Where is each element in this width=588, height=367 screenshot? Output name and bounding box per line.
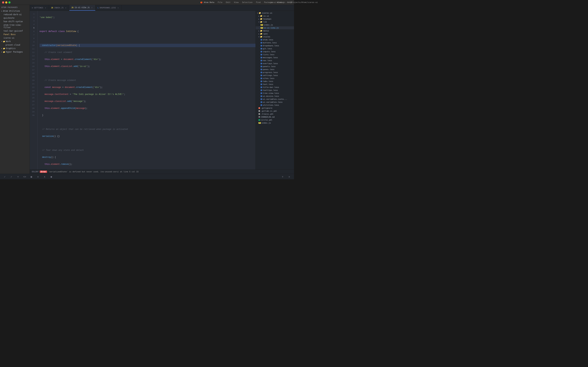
tree-item-index-js[interactable]: JS index.js (256, 23, 294, 26)
less-file-icon: L (260, 104, 262, 106)
chevron-icon: ▶ (259, 33, 259, 35)
sidebar-hyper-packages-group[interactable]: ▶ 📁 Hyper Packages (0, 50, 30, 54)
toolbar-copy-button[interactable]: ▣ (29, 175, 33, 179)
index-js-tab-icon: JS (51, 7, 53, 9)
sidebar-item-tool-bar-guiconf[interactable]: tool-bar-guiconf (0, 29, 30, 33)
chevron-icon: ▼ (259, 36, 259, 38)
sidebar-work-group[interactable]: ▼ 📁 Work (0, 40, 30, 43)
sidebar-item-label: hue-shift-syntax (3, 20, 23, 23)
tab-io-ui-view-close[interactable]: × (91, 7, 93, 9)
tree-item-changelog-md[interactable]: M CHANGELOG.md (256, 116, 294, 118)
tree-item-git-less[interactable]: L git.less (256, 47, 294, 50)
tree-item-keymaps[interactable]: ▶ 📁 keymaps (256, 17, 294, 20)
tree-item-messages-less[interactable]: L messages.less (256, 56, 294, 59)
toolbar-up-button[interactable]: ∧ (43, 175, 47, 179)
window-controls[interactable] (2, 1, 10, 3)
tree-item-ui-variables-less[interactable]: L ui-variables.less (256, 101, 294, 104)
tree-item-tooltips-less[interactable]: L tooltips.less (256, 89, 294, 92)
editor-area: 1 2 3 4 5 6 7 8 9 10 11 12 13 14 (30, 11, 256, 169)
toolbar-down-button[interactable]: ∨ (36, 175, 40, 179)
tree-item-buttons-less[interactable]: L buttons.less (256, 41, 294, 44)
sidebar-item-hue-shift-syntax[interactable]: hue-shift-syntax (0, 20, 30, 23)
tab-settings[interactable]: ⚙ SETTINGS × (30, 5, 49, 11)
tree-item-label: spec (263, 33, 268, 35)
less-file-icon: L (260, 39, 262, 41)
tree-item-gitlab-ci-yml[interactable]: Y .gitlab-ci.yml (256, 109, 294, 113)
folder-icon: 📁 (260, 33, 262, 35)
tab-dropdowns-less-close[interactable]: × (117, 7, 119, 9)
tree-item-lists-less[interactable]: L lists.less (256, 53, 294, 56)
tree-item-sites-less[interactable]: L sites.less (256, 77, 294, 80)
sidebar-graphics-group[interactable]: ▶ 📁 Graphics (0, 47, 30, 50)
toolbar-stop-button[interactable]: ◼ (49, 175, 53, 179)
tree-item-travis-yml[interactable]: Y .travis.yml (256, 113, 294, 116)
sidebar-atom-utilities[interactable]: ▶ Atom Utilities (0, 9, 30, 13)
code-editor[interactable]: 1 2 3 4 5 6 7 8 9 10 11 12 13 14 (30, 11, 256, 169)
tree-item-lib[interactable]: ▼ 📁 lib (256, 20, 294, 23)
sidebar-item-panel-boss[interactable]: Panel Boss (0, 33, 30, 36)
status-error-section: ESLint Error 'serializedState' is define… (32, 171, 138, 173)
tree-item-label: text.less (263, 83, 273, 85)
close-button[interactable] (2, 1, 4, 3)
tree-item-label: index.js (264, 24, 273, 26)
toolbar-check-circle-button[interactable]: ✓ (3, 175, 7, 179)
toolbar-check-button[interactable]: ✓ (9, 175, 13, 179)
sidebar-item-label: atom-tree-view-filter (3, 24, 28, 29)
tab-index-js[interactable]: JS INDEX.JS × (49, 5, 69, 11)
less-file-icon: L (260, 98, 262, 100)
tree-item-root-index-js[interactable]: JS index.js (256, 121, 294, 125)
tree-item-io-ui[interactable]: ▶ 📁 io-ui (256, 15, 294, 17)
tab-io-ui-view-js[interactable]: JS IO-UI-VIEW.JS × (69, 5, 95, 11)
minimize-button[interactable] (5, 1, 7, 3)
sidebar-item-reduced-dark-ui[interactable]: reduced-dark-ui (0, 13, 30, 16)
tree-item-ui-mixins-less[interactable]: L ui-mixins.less (256, 95, 294, 98)
tree-item-atom-less[interactable]: L atom.less (256, 38, 294, 41)
tree-item-circle-yml[interactable]: C circle.yml (256, 118, 294, 121)
tree-item-io-ui-view-js[interactable]: JS io-ui-view.js (256, 26, 294, 29)
tree-item-utilities-less[interactable]: L utilities.less (256, 104, 294, 107)
tree-item-panels-less[interactable]: L panels.less (256, 65, 294, 68)
tree-item-label: styles (263, 36, 270, 38)
tree-item-progress-less[interactable]: L progress.less (256, 71, 294, 74)
tree-item-tabs-less[interactable]: L tabs.less (256, 80, 294, 83)
toolbar-new-button[interactable]: + (281, 175, 285, 179)
tree-item-settings-less[interactable]: L settings.less (256, 74, 294, 77)
tree-item-text-less[interactable]: L text.less (256, 83, 294, 86)
tree-item-inputs-less[interactable]: L inputs.less (256, 50, 294, 53)
toolbar-close-button[interactable]: ✕ (287, 175, 291, 179)
tree-item-dropdowns-less[interactable]: L dropdowns.less (256, 44, 294, 47)
toolbar-add-button[interactable]: + (16, 175, 20, 179)
tab-index-js-close[interactable]: × (65, 7, 67, 9)
tree-item-icaros-ui[interactable]: ▼ 📁 icaros-ui (256, 12, 294, 15)
eslint-label: ESLint (32, 171, 39, 173)
tree-item-label: tree-view.less (263, 92, 279, 94)
code-content[interactable]: 'use babel'; export default class IoUiVi… (37, 11, 256, 169)
chevron-icon: ▶ (259, 18, 259, 20)
tree-item-panes-less[interactable]: L panes.less (256, 68, 294, 71)
chevron-icon: ▼ (1, 41, 2, 42)
toolbar-code-button[interactable]: <> (23, 175, 26, 179)
tree-item-overlays-less[interactable]: L overlays.less (256, 62, 294, 65)
tree-item-nav-less[interactable]: L nav.less (256, 59, 294, 62)
maximize-button[interactable] (9, 1, 10, 3)
tree-item-label: circle.yml (261, 119, 272, 121)
folder-icon: 📁 (3, 48, 5, 50)
sidebar-item-icaros-ui[interactable]: icaros-ui (0, 36, 30, 40)
tree-item-label: panes.less (263, 68, 274, 71)
sidebar-work-label: Work (6, 40, 11, 43)
tree-item-spec[interactable]: ▶ 📁 spec (256, 32, 294, 35)
tree-item-styles[interactable]: ▼ 📁 styles (256, 35, 294, 38)
chevron-icon: ▼ (257, 12, 258, 14)
sidebar-item-label: provet-cloud (6, 44, 20, 46)
tree-item-tree-view-less[interactable]: L tree-view.less (256, 92, 294, 95)
tab-settings-close[interactable]: × (44, 7, 47, 9)
tree-item-title-bar-less[interactable]: L title-bar.less (256, 86, 294, 89)
tab-dropdowns-less[interactable]: L DROPDOWNS.LESS × (95, 5, 122, 11)
sidebar-item-provet-cloud[interactable]: provet-cloud (0, 43, 30, 47)
sidebar-item-quicknote[interactable]: quicknote (0, 16, 30, 20)
tree-item-gitignore[interactable]: G .gitignore (256, 107, 294, 109)
tree-item-ui-variables-custom-less[interactable]: L ui-variables-custo... (256, 98, 294, 101)
main-content: 1 2 3 4 5 6 7 8 9 10 11 12 13 14 (30, 11, 294, 169)
sidebar-item-atom-tree-view-filter[interactable]: atom-tree-view-filter (0, 23, 30, 29)
tree-item-menus[interactable]: ▶ 📁 menus (256, 29, 294, 32)
